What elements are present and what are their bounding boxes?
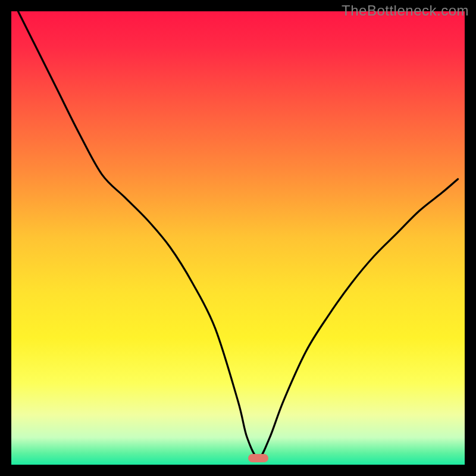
chart-frame: TheBottleneck.com [0,0,476,476]
optimal-marker [248,454,268,462]
plot-area [11,11,465,465]
bottleneck-curve [11,11,465,465]
watermark-text: TheBottleneck.com [342,2,469,19]
